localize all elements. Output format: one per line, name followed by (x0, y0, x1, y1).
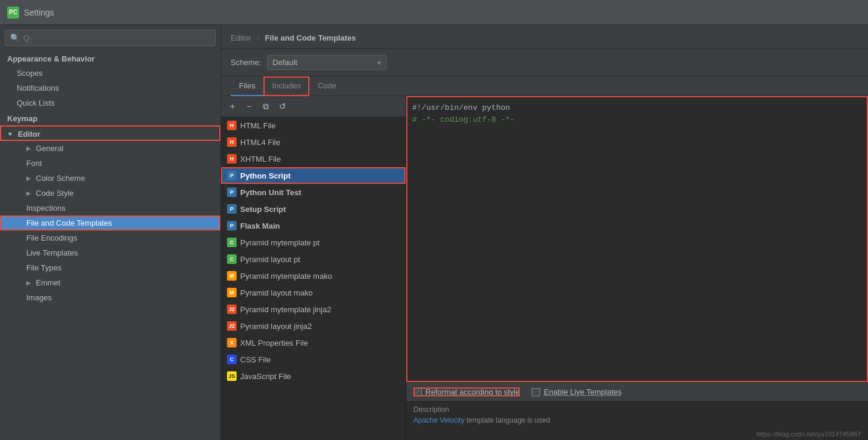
live-templates-checkbox[interactable] (532, 388, 540, 396)
python-script-label: Python Script (240, 171, 291, 180)
list-item-html-file[interactable]: H HTML File (221, 117, 406, 134)
list-item-flask-main[interactable]: P Flask Main (221, 217, 406, 234)
search-box[interactable]: 🔍 (5, 30, 216, 46)
scheme-row: Scheme: Default Project (221, 49, 868, 76)
inspections-label: Inspections (26, 204, 66, 213)
list-item-html4-file[interactable]: H HTML4 File (221, 134, 406, 150)
pyramid-layout-jinja2-icon: J2 (227, 321, 237, 331)
list-item-xhtml-file[interactable]: H XHTML File (221, 150, 406, 167)
main-container: 🔍 Appearance & Behavior Scopes Notificat… (0, 25, 868, 440)
list-item-pyramid-mytemplate-pt[interactable]: C Pyramid mytemplate pt (221, 234, 406, 251)
breadcrumb-separator: › (257, 33, 259, 42)
pyramid-mytemplate-jinja2-label: Pyramid mytemplate jinja2 (240, 305, 331, 314)
list-item-pyramid-layout-jinja2[interactable]: J2 Pyramid layout jinja2 (221, 318, 406, 334)
tab-code[interactable]: Code (309, 76, 345, 96)
sidebar-item-images[interactable]: Images (0, 290, 220, 305)
list-toolbar: + − ⧉ ↺ (221, 96, 406, 117)
flask-main-label: Flask Main (240, 221, 280, 230)
sidebar-item-inspections[interactable]: Inspections (0, 201, 220, 216)
pyramid-layout-pt-icon: C (227, 254, 237, 264)
title-bar: PC Settings (0, 0, 868, 25)
scheme-dropdown-wrapper[interactable]: Default Project (267, 55, 387, 70)
list-item-xml-properties-file[interactable]: X XML Properties File (221, 334, 406, 351)
list-item-pyramid-layout-mako[interactable]: M Pyramid layout mako (221, 284, 406, 301)
pyramid-layout-jinja2-label: Pyramid layout jinja2 (240, 322, 312, 331)
code-editor[interactable]: #!/usr/bin/env python # -*- coding:utf-8… (406, 96, 868, 382)
velocity-link[interactable]: Apache Velocity (413, 416, 464, 424)
live-templates-label: Enable Live Templates (544, 387, 622, 396)
live-templates-checkbox-wrapper[interactable]: Enable Live Templates (532, 387, 622, 396)
description-suffix: template language is used (467, 416, 550, 424)
list-item-python-script[interactable]: P Python Script (221, 167, 406, 184)
list-item-pyramid-layout-pt[interactable]: C Pyramid layout pt (221, 251, 406, 267)
list-item-setup-script[interactable]: P Setup Script (221, 201, 406, 217)
sidebar-item-code-style[interactable]: ▶ Code Style (0, 186, 220, 201)
remove-template-button[interactable]: − (243, 100, 256, 113)
tab-includes[interactable]: Includes (263, 76, 309, 96)
setup-script-label: Setup Script (240, 205, 286, 214)
sidebar-item-file-and-code-templates[interactable]: File and Code Templates (0, 216, 220, 230)
xhtml-file-label: XHTML File (240, 155, 281, 164)
list-item-css-file[interactable]: C CSS File (221, 351, 406, 368)
sidebar-item-scopes[interactable]: Scopes (0, 66, 220, 81)
copy-template-button[interactable]: ⧉ (259, 100, 272, 113)
pyramid-mytemplate-jinja2-icon: J2 (227, 304, 237, 314)
app-icon: PC (7, 7, 19, 19)
list-item-pyramid-mytemplate-jinja2[interactable]: J2 Pyramid mytemplate jinja2 (221, 301, 406, 318)
tab-files[interactable]: Files (231, 76, 263, 96)
sidebar-item-emmet[interactable]: ▶ Emmet (0, 275, 220, 290)
python-unit-test-icon: P (227, 187, 237, 197)
images-label: Images (26, 293, 52, 302)
list-item-python-unit-test[interactable]: P Python Unit Test (221, 184, 406, 201)
code-style-label: Code Style (36, 189, 74, 198)
editor-expand-arrow: ▼ (7, 131, 13, 137)
flask-main-icon: P (227, 221, 237, 230)
notifications-label: Notifications (17, 84, 59, 93)
pyramid-mytemplate-pt-icon: C (227, 238, 237, 247)
pyramid-mytemplate-pt-label: Pyramid mytemplate pt (240, 238, 320, 247)
template-area: + − ⧉ ↺ H HTML File H HTML4 File (221, 96, 868, 440)
reformat-checkbox-wrapper[interactable]: Reformat according to style (413, 387, 520, 396)
search-input[interactable] (23, 33, 210, 42)
sidebar-item-general[interactable]: ▶ General (0, 141, 220, 156)
sidebar-item-quick-lists[interactable]: Quick Lists (0, 96, 220, 110)
code-style-expand-arrow: ▶ (26, 190, 31, 196)
reformat-checkbox[interactable] (413, 388, 422, 396)
list-item-pyramid-mytemplate-mako[interactable]: M Pyramid mytemplate mako (221, 267, 406, 284)
sidebar-item-live-templates[interactable]: Live Templates (0, 245, 220, 260)
quick-lists-label: Quick Lists (17, 99, 55, 107)
sidebar-item-font[interactable]: Font (0, 156, 220, 171)
add-template-button[interactable]: + (226, 100, 239, 113)
html-file-icon: H (227, 121, 237, 130)
scheme-dropdown[interactable]: Default Project (267, 55, 387, 70)
pyramid-layout-mako-label: Pyramid layout mako (240, 288, 312, 297)
general-expand-arrow: ▶ (26, 145, 31, 152)
pyramid-layout-pt-label: Pyramid layout pt (240, 255, 300, 264)
sidebar-section-keymap[interactable]: Keymap (0, 110, 220, 125)
description-label: Description (413, 405, 861, 414)
sidebar-item-color-scheme[interactable]: ▶ Color Scheme (0, 171, 220, 186)
window-title: Settings (24, 8, 54, 17)
code-line-shebang: #!/usr/bin/env python (412, 102, 862, 114)
sidebar-item-file-encodings[interactable]: File Encodings (0, 230, 220, 245)
sidebar-section-editor[interactable]: ▼ Editor (0, 125, 220, 141)
tabs: Files Includes Code (221, 76, 868, 96)
emmet-expand-arrow: ▶ (26, 279, 31, 286)
breadcrumb-current: File and Code Templates (265, 33, 356, 42)
color-scheme-expand-arrow: ▶ (26, 175, 31, 181)
undo-template-button[interactable]: ↺ (276, 100, 289, 113)
css-file-label: CSS File (240, 355, 271, 364)
sidebar-item-notifications[interactable]: Notifications (0, 81, 220, 96)
python-unit-test-label: Python Unit Test (240, 188, 301, 197)
html4-file-label: HTML4 File (240, 138, 280, 147)
template-list-panel: + − ⧉ ↺ H HTML File H HTML4 File (221, 96, 406, 440)
xml-properties-file-label: XML Properties File (240, 339, 308, 347)
xhtml-file-icon: H (227, 154, 237, 164)
sidebar-section-appearance[interactable]: Appearance & Behavior (0, 51, 220, 66)
footer-url: https://blog.csdn.net/yu1014745867 (757, 430, 861, 438)
template-list: H HTML File H HTML4 File H XHTML File P … (221, 117, 406, 440)
sidebar-item-file-types[interactable]: File Types (0, 260, 220, 275)
reformat-label: Reformat according to style (425, 387, 520, 396)
list-item-javascript-file[interactable]: JS JavaScript File (221, 368, 406, 384)
breadcrumb: Editor › File and Code Templates (221, 25, 868, 49)
